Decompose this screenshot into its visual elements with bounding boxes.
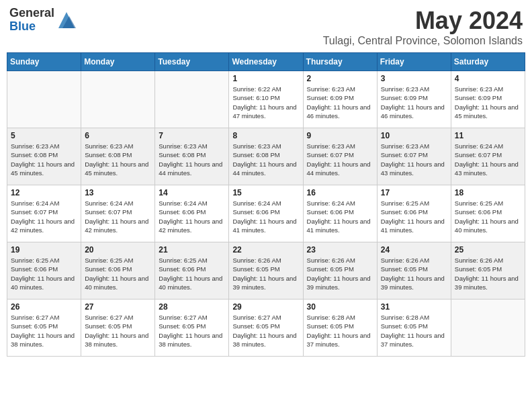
- day-number: 25: [455, 245, 521, 255]
- calendar-cell: 13Sunrise: 6:24 AM Sunset: 6:07 PM Dayli…: [81, 185, 155, 242]
- day-number: 19: [11, 245, 77, 255]
- day-info: Sunrise: 6:27 AM Sunset: 6:05 PM Dayligh…: [11, 313, 77, 349]
- day-info: Sunrise: 6:25 AM Sunset: 6:06 PM Dayligh…: [11, 256, 77, 291]
- calendar-week-row: 12Sunrise: 6:24 AM Sunset: 6:07 PM Dayli…: [7, 185, 525, 242]
- day-number: 10: [381, 131, 447, 140]
- day-info: Sunrise: 6:23 AM Sunset: 6:09 PM Dayligh…: [455, 85, 521, 120]
- logo[interactable]: General Blue: [9, 7, 77, 34]
- calendar-cell: 21Sunrise: 6:25 AM Sunset: 6:06 PM Dayli…: [155, 242, 229, 300]
- calendar-cell: 15Sunrise: 6:24 AM Sunset: 6:06 PM Dayli…: [229, 185, 303, 242]
- calendar-cell: 12Sunrise: 6:24 AM Sunset: 6:07 PM Dayli…: [7, 185, 81, 242]
- calendar-table: SundayMondayTuesdayWednesdayThursdayFrid…: [7, 52, 525, 357]
- day-info: Sunrise: 6:23 AM Sunset: 6:07 PM Dayligh…: [307, 142, 373, 177]
- day-info: Sunrise: 6:24 AM Sunset: 6:07 PM Dayligh…: [11, 199, 77, 234]
- day-info: Sunrise: 6:24 AM Sunset: 6:06 PM Dayligh…: [159, 199, 225, 234]
- day-number: 23: [307, 245, 373, 255]
- day-info: Sunrise: 6:24 AM Sunset: 6:07 PM Dayligh…: [455, 142, 521, 177]
- calendar-day-header: Sunday: [7, 53, 81, 71]
- day-number: 5: [11, 131, 77, 140]
- day-info: Sunrise: 6:25 AM Sunset: 6:06 PM Dayligh…: [85, 256, 151, 291]
- day-info: Sunrise: 6:27 AM Sunset: 6:05 PM Dayligh…: [85, 313, 151, 349]
- calendar-cell: 30Sunrise: 6:28 AM Sunset: 6:05 PM Dayli…: [303, 300, 377, 357]
- day-info: Sunrise: 6:26 AM Sunset: 6:05 PM Dayligh…: [381, 256, 447, 291]
- calendar-cell: 7Sunrise: 6:23 AM Sunset: 6:08 PM Daylig…: [155, 128, 229, 185]
- day-number: 17: [381, 188, 447, 197]
- calendar-cell: 8Sunrise: 6:23 AM Sunset: 6:08 PM Daylig…: [229, 128, 303, 185]
- calendar-cell: 11Sunrise: 6:24 AM Sunset: 6:07 PM Dayli…: [451, 128, 525, 185]
- calendar-cell: 6Sunrise: 6:23 AM Sunset: 6:08 PM Daylig…: [81, 128, 155, 185]
- day-info: Sunrise: 6:26 AM Sunset: 6:05 PM Dayligh…: [455, 256, 521, 291]
- calendar-cell: 20Sunrise: 6:25 AM Sunset: 6:06 PM Dayli…: [81, 242, 155, 300]
- calendar-week-row: 5Sunrise: 6:23 AM Sunset: 6:08 PM Daylig…: [7, 128, 525, 185]
- day-info: Sunrise: 6:25 AM Sunset: 6:06 PM Dayligh…: [455, 199, 521, 234]
- calendar-day-header: Friday: [377, 53, 451, 71]
- day-info: Sunrise: 6:23 AM Sunset: 6:08 PM Dayligh…: [159, 142, 225, 177]
- day-number: 27: [85, 302, 151, 312]
- calendar-cell: 1Sunrise: 6:22 AM Sunset: 6:10 PM Daylig…: [229, 71, 303, 128]
- day-info: Sunrise: 6:23 AM Sunset: 6:09 PM Dayligh…: [307, 85, 373, 120]
- calendar-cell: 31Sunrise: 6:28 AM Sunset: 6:05 PM Dayli…: [377, 300, 451, 357]
- calendar-cell: 28Sunrise: 6:27 AM Sunset: 6:05 PM Dayli…: [155, 300, 229, 357]
- calendar-cell: [81, 71, 155, 128]
- day-number: 11: [455, 131, 521, 140]
- day-number: 12: [11, 188, 77, 197]
- day-info: Sunrise: 6:24 AM Sunset: 6:06 PM Dayligh…: [307, 199, 373, 234]
- day-number: 20: [85, 245, 151, 255]
- calendar-cell: 10Sunrise: 6:23 AM Sunset: 6:07 PM Dayli…: [377, 128, 451, 185]
- calendar-cell: [155, 71, 229, 128]
- day-number: 14: [159, 188, 225, 197]
- calendar-cell: 5Sunrise: 6:23 AM Sunset: 6:08 PM Daylig…: [7, 128, 81, 185]
- day-number: 26: [11, 302, 77, 312]
- month-year-title: May 2024: [323, 7, 523, 35]
- day-number: 30: [307, 302, 373, 312]
- day-number: 13: [85, 188, 151, 197]
- day-info: Sunrise: 6:22 AM Sunset: 6:10 PM Dayligh…: [232, 85, 299, 120]
- calendar-day-header: Wednesday: [229, 53, 303, 71]
- day-info: Sunrise: 6:26 AM Sunset: 6:05 PM Dayligh…: [232, 256, 299, 291]
- calendar-cell: 18Sunrise: 6:25 AM Sunset: 6:06 PM Dayli…: [451, 185, 525, 242]
- calendar-cell: 16Sunrise: 6:24 AM Sunset: 6:06 PM Dayli…: [303, 185, 377, 242]
- calendar-cell: 14Sunrise: 6:24 AM Sunset: 6:06 PM Dayli…: [155, 185, 229, 242]
- day-number: 21: [159, 245, 225, 255]
- calendar-week-row: 1Sunrise: 6:22 AM Sunset: 6:10 PM Daylig…: [7, 71, 525, 128]
- day-number: 7: [159, 131, 225, 140]
- day-number: 1: [232, 74, 299, 83]
- calendar-cell: 4Sunrise: 6:23 AM Sunset: 6:09 PM Daylig…: [451, 71, 525, 128]
- day-info: Sunrise: 6:23 AM Sunset: 6:08 PM Dayligh…: [232, 142, 299, 177]
- calendar-cell: 26Sunrise: 6:27 AM Sunset: 6:05 PM Dayli…: [7, 300, 81, 357]
- calendar-cell: [451, 300, 525, 357]
- day-number: 31: [381, 302, 447, 312]
- calendar-cell: 22Sunrise: 6:26 AM Sunset: 6:05 PM Dayli…: [229, 242, 303, 300]
- calendar-day-header: Saturday: [451, 53, 525, 71]
- calendar-cell: 19Sunrise: 6:25 AM Sunset: 6:06 PM Dayli…: [7, 242, 81, 300]
- day-info: Sunrise: 6:25 AM Sunset: 6:06 PM Dayligh…: [159, 256, 225, 291]
- day-number: 28: [159, 302, 225, 312]
- day-number: 6: [85, 131, 151, 140]
- logo-icon: [56, 9, 77, 31]
- calendar-week-row: 26Sunrise: 6:27 AM Sunset: 6:05 PM Dayli…: [7, 300, 525, 357]
- day-info: Sunrise: 6:26 AM Sunset: 6:05 PM Dayligh…: [307, 256, 373, 291]
- calendar-day-header: Monday: [81, 53, 155, 71]
- day-info: Sunrise: 6:27 AM Sunset: 6:05 PM Dayligh…: [232, 313, 299, 349]
- day-info: Sunrise: 6:23 AM Sunset: 6:09 PM Dayligh…: [381, 85, 447, 120]
- day-info: Sunrise: 6:23 AM Sunset: 6:08 PM Dayligh…: [11, 142, 77, 177]
- logo-general-text: General: [9, 7, 54, 20]
- day-number: 2: [307, 74, 373, 83]
- day-number: 24: [381, 245, 447, 255]
- calendar-cell: 9Sunrise: 6:23 AM Sunset: 6:07 PM Daylig…: [303, 128, 377, 185]
- day-number: 22: [232, 245, 299, 255]
- day-info: Sunrise: 6:25 AM Sunset: 6:06 PM Dayligh…: [381, 199, 447, 234]
- day-info: Sunrise: 6:23 AM Sunset: 6:08 PM Dayligh…: [85, 142, 151, 177]
- day-number: 18: [455, 188, 521, 197]
- calendar-day-header: Tuesday: [155, 53, 229, 71]
- day-number: 3: [381, 74, 447, 83]
- day-info: Sunrise: 6:23 AM Sunset: 6:07 PM Dayligh…: [381, 142, 447, 177]
- calendar-cell: 24Sunrise: 6:26 AM Sunset: 6:05 PM Dayli…: [377, 242, 451, 300]
- calendar-week-row: 19Sunrise: 6:25 AM Sunset: 6:06 PM Dayli…: [7, 242, 525, 300]
- day-number: 16: [307, 188, 373, 197]
- calendar-day-header: Thursday: [303, 53, 377, 71]
- calendar-cell: 29Sunrise: 6:27 AM Sunset: 6:05 PM Dayli…: [229, 300, 303, 357]
- day-info: Sunrise: 6:24 AM Sunset: 6:06 PM Dayligh…: [232, 199, 299, 234]
- page-header: General Blue May 2024 Tulagi, Central Pr…: [7, 7, 525, 47]
- day-info: Sunrise: 6:27 AM Sunset: 6:05 PM Dayligh…: [159, 313, 225, 349]
